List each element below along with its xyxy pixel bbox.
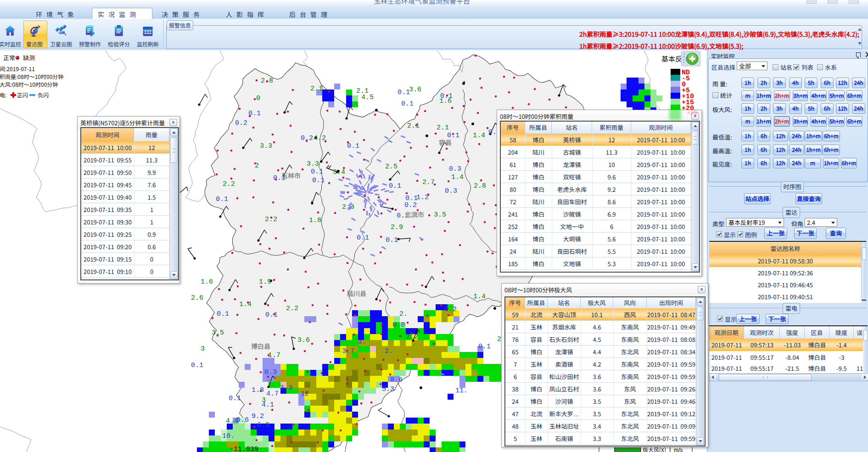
svg-text:3: 3 xyxy=(201,345,205,353)
svg-text:0.1: 0.1 xyxy=(401,100,414,108)
svg-text:3.7: 3.7 xyxy=(342,347,354,355)
svg-text:0.1: 0.1 xyxy=(398,89,410,96)
svg-text:缺测: 缺测 xyxy=(23,53,35,62)
svg-text:玉林市: 玉林市 xyxy=(281,171,301,180)
svg-text:0.1: 0.1 xyxy=(347,142,359,150)
svg-text:0.3: 0.3 xyxy=(264,368,277,376)
svg-text:0.1: 0.1 xyxy=(216,195,228,203)
svg-text:10.: 10. xyxy=(222,432,235,440)
svg-text:2: 2 xyxy=(255,162,259,170)
svg-text:0.1: 0.1 xyxy=(217,310,229,318)
svg-text:时间:2019-07-11: 时间:2019-07-11 xyxy=(0,65,35,73)
svg-text:0.1: 0.1 xyxy=(389,182,401,190)
svg-text:3.6: 3.6 xyxy=(297,336,310,344)
svg-text:0.8: 0.8 xyxy=(392,321,405,329)
svg-text:2.7: 2.7 xyxy=(422,179,435,186)
svg-text:2.2: 2.2 xyxy=(286,305,298,312)
svg-text:0.1: 0.1 xyxy=(191,362,203,369)
svg-text:1.4: 1.4 xyxy=(451,173,464,181)
svg-text:2.1: 2.1 xyxy=(356,87,369,95)
svg-text:2.6: 2.6 xyxy=(191,294,203,302)
svg-text:2.5: 2.5 xyxy=(385,163,398,171)
svg-text:0.1: 0.1 xyxy=(248,110,261,117)
svg-text:1.9: 1.9 xyxy=(259,278,271,286)
svg-text:1.4: 1.4 xyxy=(239,301,252,308)
svg-text:0.2: 0.2 xyxy=(404,201,417,209)
svg-text:3.3: 3.3 xyxy=(260,142,272,150)
svg-text:1.4: 1.4 xyxy=(473,293,486,301)
svg-text:1.2: 1.2 xyxy=(416,194,429,201)
svg-text:3.5: 3.5 xyxy=(212,329,224,337)
svg-text:4.1: 4.1 xyxy=(262,401,274,409)
svg-text:3.4: 3.4 xyxy=(333,168,345,176)
svg-text:基本反: 基本反 xyxy=(661,54,682,63)
svg-text:2.: 2. xyxy=(399,310,408,318)
svg-text:2.1: 2.1 xyxy=(310,85,323,93)
svg-text:9.6: 9.6 xyxy=(236,416,249,424)
svg-text:0.1: 0.1 xyxy=(265,311,278,319)
svg-text:0.2: 0.2 xyxy=(301,134,313,142)
svg-text:1.8: 1.8 xyxy=(309,217,321,224)
svg-text:2.: 2. xyxy=(385,347,393,355)
svg-text:3.: 3. xyxy=(358,338,366,346)
svg-text:0.1: 0.1 xyxy=(229,395,241,402)
svg-text:0.1: 0.1 xyxy=(440,92,453,100)
svg-text:0.2: 0.2 xyxy=(444,306,457,313)
svg-text:极大风:08时～10时00分钟: 极大风:08时～10时00分钟 xyxy=(0,80,58,88)
svg-text:2.8: 2.8 xyxy=(474,182,486,190)
svg-text:5.3: 5.3 xyxy=(382,385,394,393)
svg-text:3.6: 3.6 xyxy=(409,86,421,94)
svg-text:m/s: m/s xyxy=(674,447,683,452)
svg-text:0.1: 0.1 xyxy=(311,168,323,176)
svg-text:2.1: 2.1 xyxy=(437,124,449,132)
svg-text:8.6: 8.6 xyxy=(390,376,403,384)
svg-text:0.1: 0.1 xyxy=(312,177,325,184)
svg-text:正常: 正常 xyxy=(3,53,15,62)
svg-text:正闪: 正闪 xyxy=(17,91,28,99)
svg-text:3.5: 3.5 xyxy=(434,211,446,219)
svg-text:1.4: 1.4 xyxy=(473,132,485,140)
svg-text:9.2: 9.2 xyxy=(252,413,264,420)
svg-text:1.7: 1.7 xyxy=(268,352,280,359)
svg-text:1.8: 1.8 xyxy=(252,386,264,394)
svg-text:2.9: 2.9 xyxy=(391,223,403,231)
svg-text:2.2: 2.2 xyxy=(223,180,235,188)
svg-text:4.2: 4.2 xyxy=(314,134,326,142)
svg-text:12: 12 xyxy=(301,390,309,398)
svg-text:博白县: 博白县 xyxy=(251,341,270,351)
svg-text:6.9: 6.9 xyxy=(257,421,269,429)
svg-text:北流市: 北流市 xyxy=(405,210,424,219)
svg-text:-11.039: -11.039 xyxy=(230,446,258,452)
svg-text:11.: 11. xyxy=(455,387,468,395)
svg-text:0.1: 0.1 xyxy=(386,236,398,244)
svg-text:累积雨量:08时～10时00分钟: 累积雨量:08时～10时00分钟 xyxy=(0,73,63,80)
svg-text:雷电:: 雷电: xyxy=(0,91,6,99)
svg-text:3.3: 3.3 xyxy=(307,160,319,168)
svg-text:2.1: 2.1 xyxy=(407,122,420,130)
svg-text:0.1: 0.1 xyxy=(357,234,369,242)
svg-text:0: 0 xyxy=(256,95,260,102)
svg-text:2.2: 2.2 xyxy=(406,333,418,341)
svg-text:负闪: 负闪 xyxy=(38,91,49,99)
svg-text:2.2: 2.2 xyxy=(265,216,277,223)
svg-text:0.3: 0.3 xyxy=(445,187,457,195)
svg-text:陆川县: 陆川县 xyxy=(347,289,366,298)
svg-text:4.7: 4.7 xyxy=(266,390,279,398)
svg-text:3.3: 3.3 xyxy=(280,384,292,392)
svg-text:容县: 容县 xyxy=(438,138,452,147)
svg-text:2.3: 2.3 xyxy=(342,203,354,211)
svg-text:0.2: 0.2 xyxy=(235,119,247,127)
svg-text:0.1: 0.1 xyxy=(478,343,491,351)
svg-text:1.6: 1.6 xyxy=(201,278,213,286)
svg-text:0.3: 0.3 xyxy=(449,165,461,173)
svg-text:2.8: 2.8 xyxy=(261,77,273,85)
